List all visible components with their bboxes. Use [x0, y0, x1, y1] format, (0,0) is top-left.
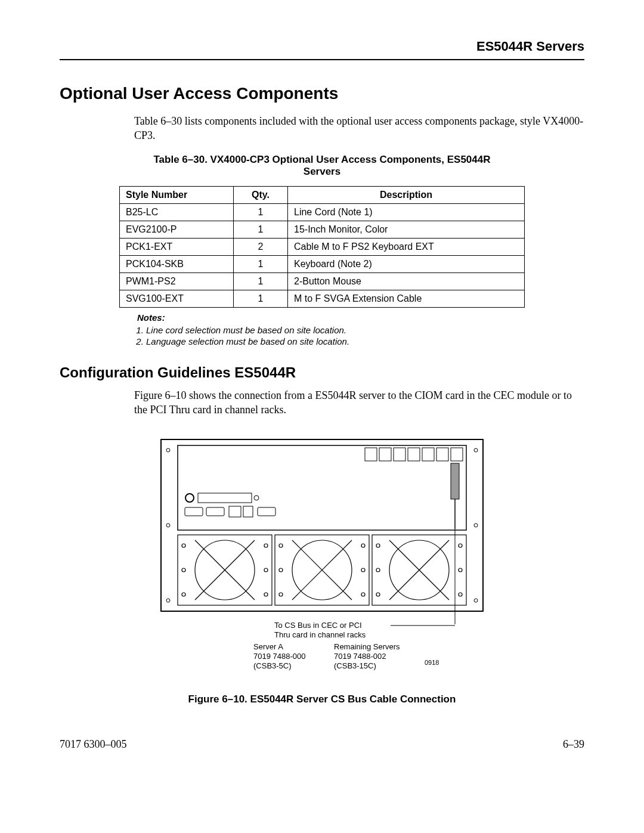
footer-page-number: 6–39	[563, 738, 584, 751]
cell-qty: 2	[234, 238, 288, 255]
cell-desc: M to F SVGA Extension Cable	[288, 290, 525, 307]
svg-point-3	[166, 599, 170, 602]
svg-point-31	[182, 593, 185, 596]
cell-qty: 1	[234, 221, 288, 238]
cell-style: B25-LC	[120, 203, 234, 221]
svg-point-53	[459, 568, 462, 572]
cell-qty: 1	[234, 290, 288, 307]
svg-rect-11	[408, 448, 420, 461]
svg-point-39	[279, 544, 283, 547]
cell-desc: Keyboard (Note 2)	[288, 255, 525, 272]
th-style: Style Number	[120, 186, 234, 203]
table-row: PWM1-PS2 1 2-Button Mouse	[120, 272, 525, 290]
svg-point-49	[376, 544, 380, 547]
svg-point-2	[166, 524, 170, 527]
cell-style: PCK104-SKB	[120, 255, 234, 272]
svg-rect-7	[178, 445, 466, 530]
section2-paragraph: Figure 6–10 shows the connection from a …	[60, 388, 584, 417]
note-item: Line cord selection must be based on sit…	[146, 325, 525, 335]
svg-point-32	[264, 544, 268, 547]
notes-block: Notes: Line cord selection must be based…	[119, 312, 525, 346]
svg-point-51	[376, 593, 380, 596]
svg-rect-20	[185, 507, 203, 516]
fig-col-a-line2: (CSB3-5C)	[253, 661, 292, 670]
fig-label-csbus-1: To CS Bus in CEC or PCI	[274, 621, 362, 630]
fig-col-b-line2: (CSB3-15C)	[334, 661, 376, 670]
server-diagram: To CS Bus in CEC or PCI Thru card in cha…	[155, 433, 489, 684]
svg-point-42	[361, 544, 365, 547]
svg-point-4	[474, 448, 478, 452]
cell-qty: 1	[234, 272, 288, 290]
svg-point-33	[264, 568, 268, 572]
svg-point-30	[182, 568, 185, 572]
svg-rect-22	[229, 506, 241, 517]
table-header-row: Style Number Qty. Description	[120, 186, 525, 203]
svg-rect-10	[394, 448, 405, 461]
svg-point-40	[279, 568, 283, 572]
svg-rect-12	[422, 448, 434, 461]
svg-rect-21	[206, 507, 224, 516]
svg-point-34	[264, 593, 268, 596]
svg-rect-24	[258, 507, 275, 516]
table-caption: Table 6–30. VX4000-CP3 Optional User Acc…	[137, 154, 507, 178]
table-row: B25-LC 1 Line Cord (Note 1)	[120, 203, 525, 221]
svg-rect-8	[365, 448, 377, 461]
cell-desc: Cable M to F PS2 Keyboard EXT	[288, 238, 525, 255]
fig-col-b-line1: 7019 7488-002	[334, 652, 386, 661]
fig-drawing-number: 0918	[425, 659, 439, 666]
cell-style: SVG100-EXT	[120, 290, 234, 307]
table-row: PCK1-EXT 2 Cable M to F PS2 Keyboard EXT	[120, 238, 525, 255]
note-item: Language selection must be based on site…	[146, 336, 525, 346]
fig-col-a-header: Server A	[253, 642, 283, 651]
footer-doc-number: 7017 6300–005	[60, 738, 127, 751]
cell-style: EVG2100-P	[120, 221, 234, 238]
svg-rect-14	[451, 448, 463, 461]
table-row: PCK104-SKB 1 Keyboard (Note 2)	[120, 255, 525, 272]
figure-caption: Figure 6–10. ES5044R Server CS Bus Cable…	[60, 693, 584, 705]
svg-point-5	[474, 524, 478, 527]
svg-rect-15	[451, 463, 459, 499]
svg-point-43	[361, 568, 365, 572]
section-title-optional-access: Optional User Access Components	[60, 84, 584, 103]
cell-desc: 15-Inch Monitor, Color	[288, 221, 525, 238]
svg-point-1	[166, 448, 170, 452]
header-rule	[60, 59, 584, 60]
svg-point-54	[459, 593, 462, 596]
svg-rect-9	[379, 448, 391, 461]
fig-label-csbus-2: Thru card in channel racks	[274, 630, 366, 639]
running-head: ES5044R Servers	[60, 39, 584, 54]
svg-point-17	[185, 494, 194, 502]
table-row: EVG2100-P 1 15-Inch Monitor, Color	[120, 221, 525, 238]
svg-point-41	[279, 593, 283, 596]
cell-desc: Line Cord (Note 1)	[288, 203, 525, 221]
fig-col-a-line1: 7019 7488-000	[253, 652, 305, 661]
svg-point-19	[254, 496, 259, 500]
fig-col-b-header: Remaining Servers	[334, 642, 400, 651]
section1-paragraph: Table 6–30 lists components included wit…	[60, 114, 584, 143]
section-title-config-guidelines: Configuration Guidelines ES5044R	[60, 364, 584, 381]
cell-style: PWM1-PS2	[120, 272, 234, 290]
svg-point-52	[459, 544, 462, 547]
svg-point-6	[474, 599, 478, 602]
th-desc: Description	[288, 186, 525, 203]
svg-rect-13	[436, 448, 448, 461]
th-qty: Qty.	[234, 186, 288, 203]
cell-qty: 1	[234, 203, 288, 221]
components-table: Style Number Qty. Description B25-LC 1 L…	[119, 186, 525, 308]
svg-rect-18	[198, 493, 252, 503]
figure-wrap: To CS Bus in CEC or PCI Thru card in cha…	[60, 433, 584, 705]
svg-point-29	[182, 544, 185, 547]
svg-point-50	[376, 568, 380, 572]
cell-qty: 1	[234, 255, 288, 272]
cell-desc: 2-Button Mouse	[288, 272, 525, 290]
table-row: SVG100-EXT 1 M to F SVGA Extension Cable	[120, 290, 525, 307]
svg-point-44	[361, 593, 365, 596]
svg-rect-23	[243, 506, 253, 517]
cell-style: PCK1-EXT	[120, 238, 234, 255]
notes-title: Notes:	[119, 312, 525, 323]
